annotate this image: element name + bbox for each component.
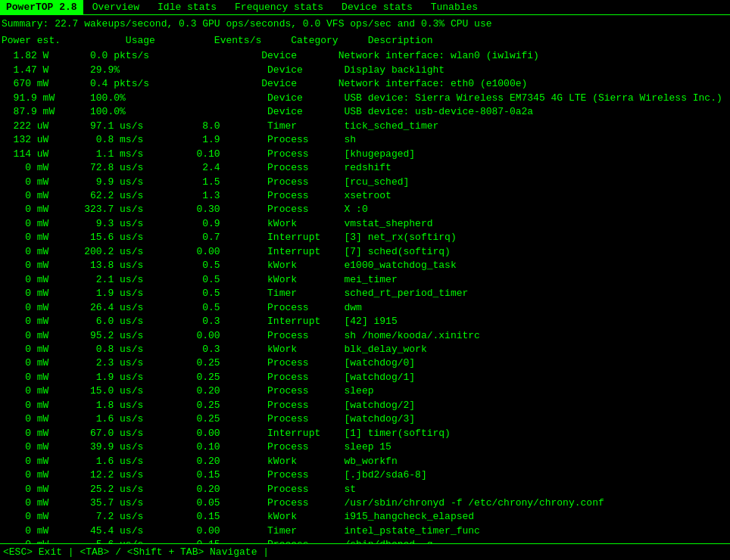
table-row: 0 mW 15.0 us/s 0.20 Process sleep bbox=[2, 384, 728, 398]
table-row: 0 mW 5.6 us/s 0.15 Process /sbin/dhcpcd … bbox=[2, 538, 728, 543]
table-row: 0 mW 2.1 us/s 0.5 kWork mei_timer bbox=[2, 273, 728, 287]
table-row: 0 mW 0.8 us/s 0.3 kWork blk_delay_work bbox=[2, 343, 728, 356]
tab-frequency-stats[interactable]: Frequency stats bbox=[226, 0, 332, 14]
table-row: 0 mW 200.2 us/s 0.00 Interrupt [7] sched… bbox=[2, 245, 728, 259]
table-row: 0 mW 1.6 us/s 0.20 kWork wb_workfn bbox=[2, 455, 728, 468]
table-row: 0 mW 72.8 us/s 2.4 Process redshift bbox=[2, 161, 728, 175]
table-row: 114 uW 1.1 ms/s 0.10 Process [khugepaged… bbox=[2, 148, 728, 161]
table-row: 0 mW 25.2 us/s 0.20 Process st bbox=[2, 483, 728, 496]
table-row: 0 mW 45.4 us/s 0.00 Timer intel_pstate_t… bbox=[2, 524, 728, 538]
table-row: 0 mW 13.8 us/s 0.5 kWork e1000_watchdog_… bbox=[2, 259, 728, 272]
table-row: 0 mW 9.9 us/s 1.5 Process [rcu_sched] bbox=[2, 176, 728, 189]
tab-tunables[interactable]: Tunables bbox=[422, 0, 487, 14]
table-row: 0 mW 7.2 us/s 0.15 kWork i915_hangcheck_… bbox=[2, 510, 728, 524]
app: PowerTOP 2.8 Overview Idle stats Frequen… bbox=[0, 0, 730, 560]
table-row: 0 mW 95.2 us/s 0.00 Process sh /home/koo… bbox=[2, 329, 728, 343]
content-area: 1.82 W 0.0 pkts/s Device Network interfa… bbox=[0, 49, 730, 543]
table-row: 1.82 W 0.0 pkts/s Device Network interfa… bbox=[2, 49, 728, 63]
summary: Summary: 22.7 wakeups/second, 0.3 GPU op… bbox=[0, 15, 730, 33]
title-bar: PowerTOP 2.8 Overview Idle stats Frequen… bbox=[0, 0, 730, 15]
column-headers: Power est. Usage Events/s Category Descr… bbox=[0, 33, 730, 49]
tab-idle-stats[interactable]: Idle stats bbox=[148, 0, 226, 14]
table-row: 87.9 mW 100.0% Device USB device: usb-de… bbox=[2, 105, 728, 119]
table-row: 0 mW 323.7 us/s 0.30 Process X :0 bbox=[2, 203, 728, 216]
table-row: 670 mW 0.4 pkts/s Device Network interfa… bbox=[2, 77, 728, 91]
table-row: 0 mW 39.9 us/s 0.10 Process sleep 15 bbox=[2, 440, 728, 454]
table-row: 0 mW 26.4 us/s 0.5 Process dwm bbox=[2, 301, 728, 315]
table-row: 0 mW 62.2 us/s 1.3 Process xsetroot bbox=[2, 189, 728, 203]
table-row: 222 uW 97.1 us/s 8.0 Timer tick_sched_ti… bbox=[2, 120, 728, 133]
bottom-bar: <ESC> Exit | <TAB> / <Shift + TAB> Navig… bbox=[0, 543, 730, 560]
table-row: 0 mW 12.2 us/s 0.15 Process [.jbd2/sda6-… bbox=[2, 468, 728, 482]
tab-overview[interactable]: Overview bbox=[83, 0, 148, 14]
table-row: 0 mW 67.0 us/s 0.00 Interrupt [1] timer(… bbox=[2, 427, 728, 440]
table-row: 0 mW 9.3 us/s 0.9 kWork vmstat_shepherd bbox=[2, 217, 728, 231]
table-row: 0 mW 35.7 us/s 0.05 Process /usr/sbin/ch… bbox=[2, 496, 728, 510]
table-row: 0 mW 1.9 us/s 0.25 Process [watchdog/1] bbox=[2, 371, 728, 384]
table-row: 0 mW 1.9 us/s 0.5 Timer sched_rt_period_… bbox=[2, 287, 728, 300]
table-row: 132 uW 0.8 ms/s 1.9 Process sh bbox=[2, 133, 728, 147]
table-row: 0 mW 2.3 us/s 0.25 Process [watchdog/0] bbox=[2, 356, 728, 370]
table-row: 0 mW 15.6 us/s 0.7 Interrupt [3] net_rx(… bbox=[2, 231, 728, 244]
table-row: 91.9 mW 100.0% Device USB device: Sierra… bbox=[2, 92, 728, 105]
table-row: 0 mW 6.0 us/s 0.3 Interrupt [42] i915 bbox=[2, 315, 728, 328]
tab-device-stats[interactable]: Device stats bbox=[332, 0, 422, 14]
app-title: PowerTOP 2.8 bbox=[0, 0, 83, 14]
table-row: 0 mW 1.8 us/s 0.25 Process [watchdog/2] bbox=[2, 399, 728, 412]
table-row: 0 mW 1.6 us/s 0.25 Process [watchdog/3] bbox=[2, 412, 728, 426]
table-row: 1.47 W 29.9% Device Display backlight bbox=[2, 64, 728, 77]
